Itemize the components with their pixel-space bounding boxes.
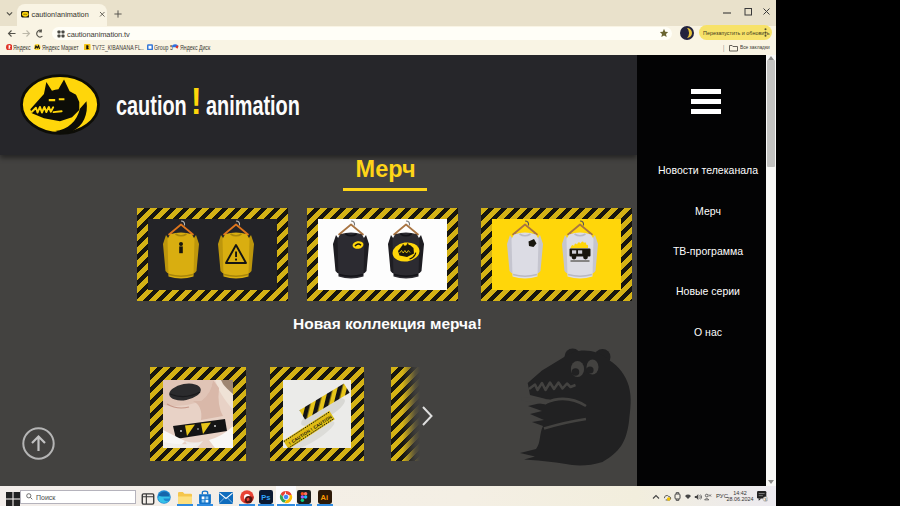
svg-text:Ai: Ai: [321, 493, 329, 502]
svg-text:Ps: Ps: [261, 493, 270, 502]
